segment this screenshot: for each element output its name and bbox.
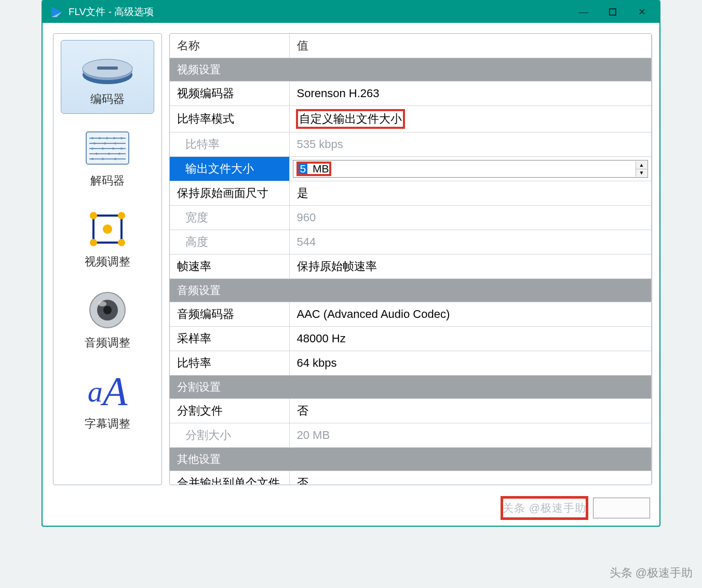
sidebar-item-audio-adjust[interactable]: 音频调整 [61, 284, 154, 357]
svg-point-35 [118, 239, 125, 246]
svg-point-20 [114, 142, 116, 144]
svg-point-34 [90, 239, 97, 246]
row-output-size[interactable]: 输出文件大小 5 MB ▲ ▼ [170, 157, 652, 181]
minimize-button[interactable]: — [569, 1, 598, 23]
svg-point-30 [114, 158, 116, 160]
svg-rect-6 [97, 66, 118, 70]
window-title: FLV文件 - 高级选项 [69, 5, 569, 19]
header-value: 值 [289, 34, 652, 58]
sidebar-item-video-adjust[interactable]: 视频调整 [61, 203, 154, 276]
section-audio: 音频设置 [170, 279, 652, 302]
row-audio-bitrate[interactable]: 比特率 64 kbps [170, 351, 652, 376]
sidebar-item-decoder[interactable]: 解码器 [61, 122, 154, 195]
row-audio-encoder[interactable]: 音频编码器 AAC (Advanced Audio Codec) [170, 302, 652, 327]
titlebar: FLV文件 - 高级选项 — ✕ [43, 1, 659, 23]
subtitle-adjust-icon: aA [79, 370, 136, 412]
header-name: 名称 [170, 34, 289, 58]
row-keep-original-size[interactable]: 保持原始画面尺寸 是 [170, 181, 652, 206]
row-height: 高度 544 [170, 230, 652, 255]
sidebar-item-subtitle-adjust[interactable]: aA 字幕调整 [61, 365, 154, 438]
svg-point-36 [103, 224, 112, 234]
dialog-footer: 关条 @极速手助 [43, 492, 659, 526]
svg-point-39 [103, 306, 112, 314]
svg-point-18 [93, 142, 96, 144]
sidebar-item-label: 视频调整 [63, 254, 152, 270]
ok-button[interactable]: 关条 @极速手助 [502, 498, 587, 518]
spin-up-button[interactable]: ▲ [636, 161, 647, 169]
svg-point-13 [91, 137, 93, 139]
encoder-icon [79, 46, 136, 87]
svg-point-29 [102, 158, 104, 160]
svg-point-16 [113, 137, 115, 139]
svg-point-40 [98, 301, 106, 306]
section-video: 视频设置 [170, 58, 652, 82]
grid-header: 名称 值 [170, 34, 652, 58]
row-fps[interactable]: 帧速率 保持原始帧速率 [170, 255, 652, 279]
cancel-button[interactable] [593, 498, 650, 518]
video-adjust-icon [79, 208, 136, 250]
row-split-file[interactable]: 分割文件 否 [170, 399, 652, 423]
maximize-button[interactable] [598, 1, 627, 23]
close-button[interactable]: ✕ [627, 1, 656, 23]
row-merge-single[interactable]: 合并输出到单个文件 否 [170, 471, 652, 486]
row-video-encoder[interactable]: 视频编码器 Sorenson H.263 [170, 82, 652, 106]
sidebar-item-encoder[interactable]: 编码器 [61, 40, 154, 114]
svg-point-19 [104, 142, 106, 144]
sidebar-item-label: 字幕调整 [63, 416, 152, 432]
svg-point-27 [118, 153, 120, 155]
svg-point-14 [99, 137, 101, 139]
svg-point-28 [91, 158, 93, 160]
svg-point-32 [90, 212, 97, 219]
app-icon [50, 5, 63, 19]
svg-point-23 [112, 148, 114, 150]
spin-down-button[interactable]: ▼ [636, 169, 647, 177]
row-split-size: 分割大小 20 MB [170, 423, 652, 448]
row-sample-rate[interactable]: 采样率 48000 Hz [170, 327, 652, 351]
sidebar-item-label: 解码器 [63, 173, 152, 189]
svg-point-24 [120, 148, 123, 150]
section-split: 分割设置 [170, 376, 652, 399]
highlight-bitrate-mode: 自定义输出文件大小 [297, 110, 404, 128]
settings-grid: 名称 值 视频设置 视频编码器 Sorenson H.263 比特率模式 自定义… [169, 33, 652, 485]
svg-rect-2 [610, 9, 616, 15]
section-other: 其他设置 [170, 448, 652, 471]
row-width: 宽度 960 [170, 206, 652, 230]
svg-point-25 [96, 153, 98, 155]
svg-point-17 [120, 137, 123, 139]
category-sidebar: 编码器 [53, 33, 162, 485]
dialog-window: FLV文件 - 高级选项 — ✕ 编码器 [42, 0, 660, 527]
row-bitrate-mode[interactable]: 比特率模式 自定义输出文件大小 [170, 106, 652, 132]
row-bitrate: 比特率 535 kbps [170, 132, 652, 157]
svg-point-33 [118, 212, 125, 219]
svg-point-26 [108, 153, 110, 155]
output-size-spinner[interactable]: 5 MB ▲ ▼ [293, 160, 649, 178]
sidebar-item-label: 音频调整 [63, 335, 152, 351]
svg-point-15 [106, 137, 108, 139]
audio-adjust-icon [79, 289, 136, 331]
sidebar-item-label: 编码器 [63, 91, 152, 107]
svg-point-22 [102, 148, 104, 150]
decoder-icon [79, 127, 136, 169]
svg-point-21 [91, 148, 93, 150]
